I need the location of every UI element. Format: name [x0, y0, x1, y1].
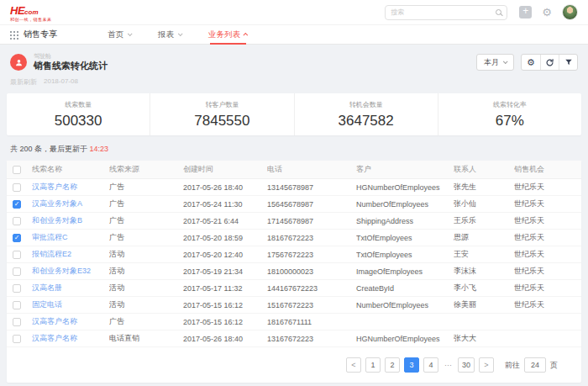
table-row: 汉高客户名称 电话直销 2017-05-26 18:40 13167672223… — [7, 330, 581, 347]
avatar[interactable] — [562, 4, 578, 20]
lead-name-link[interactable]: 汉高客户名称 — [32, 333, 109, 344]
phone: 18167671111 — [267, 318, 356, 326]
lead-source: 广告 — [109, 182, 183, 193]
search-icon[interactable] — [496, 9, 501, 15]
row-checkbox[interactable] — [13, 335, 21, 343]
chevron-down-icon — [503, 59, 508, 64]
created-time: 2017-05-26 18:40 — [183, 335, 267, 343]
table-row: 报销流程E2 活动 2017-05-20 12:40 17567672223 T… — [7, 246, 581, 263]
page-title: 销售线索转化统计 — [34, 61, 108, 72]
page-header: 驾驶舱 销售线索转化统计 本月 ⚙ — [10, 50, 578, 75]
lead-name-link[interactable]: 汉高业务对象A — [32, 198, 109, 209]
table-row: 汉高业务对象A 广告 2017-05-24 11:30 15645678987 … — [7, 196, 581, 213]
stat-value: 3647582 — [339, 113, 394, 130]
refresh-info: 最新刷新 2018-07-08 — [10, 77, 578, 87]
row-checkbox[interactable] — [13, 284, 21, 293]
lead-name-link[interactable]: 汉高客户名称 — [32, 182, 109, 193]
table-summary: 共 200 条，最后更新于 14:23 — [10, 144, 578, 155]
row-checkbox[interactable] — [13, 183, 21, 192]
created-time: 2017-05-20 18:59 — [183, 234, 267, 242]
table-row: 和创业务对象B 广告 2017-05-21 6:44 17145678987 S… — [7, 213, 581, 230]
topbar: HEcom 和创一线，销售未来 + ⚙ — [0, 0, 588, 25]
lead-source: 活动 — [109, 249, 183, 260]
customer: ShippingAddress — [356, 217, 454, 225]
goto-page-input[interactable] — [524, 357, 546, 373]
phone: 17145678987 — [267, 217, 356, 225]
lead-name-link[interactable]: 报销流程E2 — [32, 249, 109, 260]
opportunity: 世纪乐天 — [514, 232, 581, 243]
lead-name-link[interactable]: 审批流程C — [32, 232, 109, 243]
contact: 张小仙 — [454, 198, 514, 209]
stat-value: 7845550 — [194, 113, 249, 130]
row-checkbox[interactable] — [13, 318, 21, 326]
phone: 15645678987 — [267, 200, 356, 209]
lead-name-link[interactable]: 汉高客户名称 — [32, 316, 109, 327]
stat-label: 转机会数量 — [349, 100, 383, 109]
lead-name-link[interactable]: 汉高名册 — [32, 283, 109, 293]
page-button-2[interactable]: 2 — [385, 357, 400, 373]
toolbar-icon-group: ⚙ — [521, 54, 578, 71]
row-checkbox[interactable] — [13, 200, 21, 209]
period-select[interactable]: 本月 — [476, 54, 514, 71]
phone: 13145678987 — [267, 183, 356, 192]
prev-page-button[interactable]: < — [346, 357, 361, 373]
created-time: 2017-05-20 12:40 — [183, 251, 267, 259]
apps-grid-icon[interactable] — [10, 31, 18, 39]
settings-icon[interactable]: ⚙ — [522, 55, 540, 70]
nav-item-label: 报表 — [158, 29, 174, 40]
row-checkbox[interactable] — [13, 217, 21, 225]
customer: NumberOfEmployees — [356, 200, 454, 209]
summary-time: 14:23 — [90, 145, 109, 153]
opportunity: 世纪乐天 — [514, 182, 581, 193]
created-time: 2017-05-26 18:40 — [183, 183, 267, 192]
col-lead-source: 线索来源 — [109, 164, 183, 175]
table-row: 固定电话 活动 2017-05-15 16:12 15167672223 Num… — [7, 297, 581, 314]
nav-item-home[interactable]: 首页 — [108, 25, 131, 45]
header-checkbox[interactable] — [13, 166, 21, 174]
stat-label: 转客户数量 — [205, 100, 239, 109]
row-checkbox[interactable] — [13, 267, 21, 276]
stat-customers: 转客户数量 7845550 — [150, 93, 293, 135]
nav-item-business-list[interactable]: 业务列表 — [208, 25, 248, 45]
global-search — [385, 5, 507, 20]
stat-opportunities: 转机会数量 3647582 — [294, 93, 438, 135]
opportunity: 世纪乐天 — [514, 283, 581, 293]
col-opportunity: 销售机会 — [514, 164, 581, 175]
next-page-button[interactable]: > — [479, 357, 494, 373]
nav-item-reports[interactable]: 报表 — [158, 25, 181, 45]
lead-source: 广告 — [109, 316, 183, 327]
summary-text: 共 200 条，最后更新于 — [10, 145, 90, 153]
page-button-3-active[interactable]: 3 — [404, 357, 419, 373]
refresh-date: 2018-07-08 — [44, 77, 78, 87]
refresh-icon[interactable] — [540, 55, 559, 70]
chevron-up-icon — [243, 33, 248, 38]
page-button-4[interactable]: 4 — [423, 357, 438, 373]
customer: CreateById — [356, 284, 454, 293]
lead-source: 活动 — [109, 283, 183, 293]
page-button-30[interactable]: 30 — [458, 357, 475, 373]
add-button[interactable]: + — [519, 6, 532, 19]
gear-icon[interactable]: ⚙ — [542, 7, 552, 18]
lead-name-link[interactable]: 固定电话 — [32, 299, 109, 310]
phone: 18167672223 — [267, 234, 356, 242]
filter-icon[interactable] — [559, 55, 577, 70]
search-input[interactable] — [391, 8, 496, 16]
pagination-ellipsis: ··· — [443, 361, 454, 369]
lead-source: 电话直销 — [109, 333, 183, 344]
chevron-down-icon — [178, 31, 183, 36]
logo-text: HEcom — [10, 3, 52, 17]
contact: 思源 — [454, 232, 514, 243]
stats-card: 线索数量 500330 转客户数量 7845550 转机会数量 3647582 … — [7, 93, 581, 135]
stat-label: 线索转化率 — [493, 100, 527, 109]
lead-name-link[interactable]: 和创业务对象E32 — [32, 266, 109, 277]
lead-name-link[interactable]: 和创业务对象B — [32, 215, 109, 226]
row-checkbox[interactable] — [13, 234, 21, 242]
customer: ImageOfEmployees — [356, 267, 454, 276]
contact: 李小飞 — [454, 283, 514, 293]
row-checkbox[interactable] — [13, 251, 21, 259]
page-button-1[interactable]: 1 — [365, 357, 381, 373]
customer: TxtOfEmployees — [356, 251, 454, 259]
col-phone: 电话 — [267, 164, 356, 175]
row-checkbox[interactable] — [13, 301, 21, 309]
logo[interactable]: HEcom 和创一线，销售未来 — [10, 3, 52, 22]
